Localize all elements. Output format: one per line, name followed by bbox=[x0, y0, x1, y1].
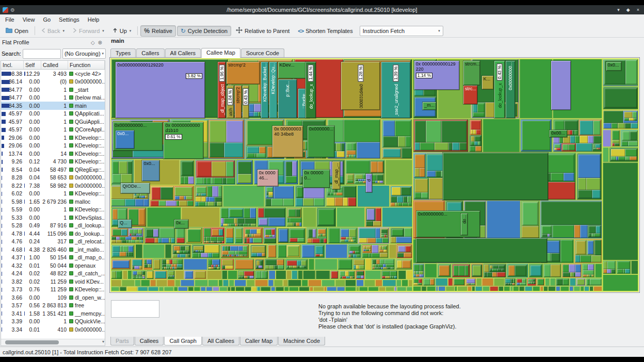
treemap-block[interactable]: 0x000000... bbox=[308, 126, 334, 157]
grouping-select[interactable]: (No Grouping) ▾ bbox=[62, 48, 106, 59]
treemap-block[interactable]: 0x00000000... bbox=[506, 61, 515, 118]
treemap-block[interactable]: __memcpy_sse2_unaligned1.39 % bbox=[381, 62, 410, 118]
relative-toggle-button[interactable]: % Relative bbox=[140, 25, 175, 37]
treemap-block[interactable]: ..._name_match1.04 % bbox=[227, 86, 233, 118]
treemap-block[interactable]: _dl_map_... bbox=[332, 161, 340, 189]
table-row[interactable]: 8.227.3858 9820x0000000... bbox=[1, 182, 105, 190]
column-header-called[interactable]: Called bbox=[41, 61, 68, 69]
table-row[interactable]: 3.340.014100x0000000... bbox=[1, 325, 105, 334]
treemap-block[interactable] bbox=[416, 238, 547, 262]
treemap-block[interactable]: K... bbox=[482, 76, 494, 89]
scroll-down-icon[interactable]: ▾ bbox=[102, 339, 104, 344]
treemap-block[interactable]: 0x 0000000340 34be8 bbox=[272, 126, 302, 157]
tab-all-callees[interactable]: All Callees bbox=[202, 337, 239, 345]
open-button[interactable]: Open bbox=[2, 25, 32, 36]
menu-help[interactable]: Help bbox=[84, 15, 104, 24]
up-button[interactable]: Up ▾ bbox=[109, 26, 135, 36]
treemap-block[interactable]: 0x00... bbox=[550, 130, 567, 137]
tab-call-graph[interactable]: Call Graph bbox=[164, 337, 202, 345]
table-row[interactable]: 5.280.4987 916_dl_lookup... bbox=[1, 222, 105, 230]
titlebar[interactable]: ⚙ /home/sergobot/Documents/GCI/screensho… bbox=[0, 5, 644, 14]
event-type-select[interactable]: Instruction Fetch ▾ bbox=[360, 26, 443, 36]
table-row[interactable]: 4.371.0050 154_dl_map_o... bbox=[1, 254, 105, 262]
menu-view[interactable]: View bbox=[19, 15, 39, 24]
tab-caller-map[interactable]: Caller Map bbox=[240, 337, 278, 345]
treemap-block[interactable]: 0x 000000... bbox=[303, 170, 330, 188]
table-row[interactable]: 6.020.001KDevelop::... bbox=[1, 190, 105, 198]
table-row[interactable]: 8.280.0458 6530x0000000... bbox=[1, 174, 105, 182]
table-row[interactable]: 45.970.001QGuiAppli... bbox=[1, 118, 105, 126]
column-header-self[interactable]: Self bbox=[24, 61, 41, 69]
horizontal-scrollbar[interactable]: ▾ bbox=[1, 339, 105, 345]
table-row[interactable]: 9.260.124 730KDevelop::... bbox=[1, 158, 105, 166]
treemap-block[interactable]: do_lookup_x0.43 % bbox=[494, 61, 504, 118]
table-row[interactable]: 86.140.00(0)0x0000000... bbox=[1, 78, 105, 86]
table-row[interactable]: 98.3812.293 493<cycle 42> bbox=[1, 70, 105, 78]
table-row[interactable]: 29.060.001KDevelop::... bbox=[1, 142, 105, 150]
table-row[interactable]: 8.540.0458 497QRegExp::... bbox=[1, 166, 105, 174]
forward-button[interactable]: Forward ▾ bbox=[69, 26, 108, 36]
treemap-block[interactable]: strcm... bbox=[463, 61, 480, 85]
table-row[interactable]: 4.684.382 826 460_int_mallo... bbox=[1, 245, 105, 254]
treemap-block[interactable]: _dl_map_object1.96 % bbox=[218, 62, 226, 118]
shade-window-icon[interactable]: ▾ bbox=[617, 7, 620, 12]
treemap-block[interactable] bbox=[551, 61, 571, 110]
table-row[interactable]: 84.350.001main bbox=[1, 102, 105, 110]
treemap-block[interactable]: d... bbox=[366, 174, 372, 192]
treemap-block[interactable]: 0x00000000001292203.82 % bbox=[116, 62, 205, 118]
table-row[interactable]: 4.760.24317_dl_relocat... bbox=[1, 238, 105, 246]
table-row[interactable]: 5.981.652 679 236malloc bbox=[1, 198, 105, 206]
treemap-block[interactable]: KDev... bbox=[278, 62, 310, 79]
table-row[interactable]: 3.660.00109dl_open_w... bbox=[1, 293, 105, 302]
table-row[interactable]: 13.740.0014KDevelop::... bbox=[1, 150, 105, 158]
table-row[interactable]: 4.784.44115 096do_lookup... bbox=[1, 229, 105, 238]
treemap-block[interactable]: 0x00000000031d4e01.28 % bbox=[341, 62, 380, 110]
tab-machine-code[interactable]: Machine Code bbox=[278, 337, 325, 345]
column-header-function[interactable]: Function bbox=[68, 61, 105, 69]
float-dock-icon[interactable]: ◇ bbox=[89, 40, 96, 45]
treemap-block[interactable]: 0x0... bbox=[116, 130, 134, 149]
table-row[interactable]: 4.240.0248 822_dl_catch_... bbox=[1, 270, 105, 278]
vertical-splitter[interactable] bbox=[106, 38, 109, 347]
table-row[interactable]: 3.411.581 351 421__memcpy... bbox=[1, 309, 105, 318]
maximize-window-icon[interactable]: ◆ bbox=[626, 7, 630, 12]
treemap-block[interactable]: Q... bbox=[118, 220, 132, 228]
table-row[interactable]: 3.820.0211 259void KDev... bbox=[1, 277, 105, 286]
treemap-block[interactable]: do... bbox=[461, 213, 468, 235]
treemap-block[interactable]: KDevelop::Bucket... bbox=[261, 62, 268, 118]
tab-all-callers[interactable]: All Callers bbox=[165, 48, 201, 57]
treemap-block[interactable]: 0x0... bbox=[606, 62, 622, 71]
table-row[interactable]: 84.770.001(below mai... bbox=[1, 94, 105, 102]
cycle-detection-toggle-button[interactable]: ↻ Cycle Detection bbox=[177, 26, 231, 36]
menu-go[interactable]: Go bbox=[39, 15, 55, 24]
treemap-block[interactable]: 0x00000000... bbox=[416, 211, 480, 238]
treemap-block[interactable]: KDevelop::Qu... bbox=[269, 62, 277, 118]
menu-settings[interactable]: Settings bbox=[55, 15, 84, 24]
treemap-block[interactable] bbox=[443, 153, 548, 200]
treemap-block[interactable]: _m... bbox=[423, 102, 436, 110]
treemap-block[interactable]: do_lookup_x1.44 % bbox=[305, 62, 316, 118]
table-row[interactable]: 29.060.001KDevelop::... bbox=[1, 134, 105, 142]
tab-callees[interactable]: Callees bbox=[135, 337, 164, 345]
table-row[interactable]: 5.590.001KDevelop::... bbox=[1, 206, 105, 214]
close-dock-icon[interactable]: ⊗ bbox=[96, 40, 104, 45]
treemap-block[interactable]: QIODe... bbox=[121, 183, 149, 193]
tab-source-code[interactable]: Source Code bbox=[241, 48, 284, 57]
treemap-block[interactable]: strcmp'2 bbox=[227, 62, 259, 84]
close-window-icon[interactable]: × bbox=[637, 7, 639, 12]
treemap-block[interactable]: strc... bbox=[463, 86, 477, 104]
treemap-block[interactable]: 0x 00000000001292201.14 % bbox=[414, 61, 459, 90]
relative-to-parent-toggle-button[interactable]: Relative to Parent bbox=[232, 25, 293, 37]
treemap-block[interactable]: 0x0... bbox=[142, 160, 159, 180]
table-row[interactable]: 3.390.001QQuickVie... bbox=[1, 318, 105, 326]
table-row[interactable]: 3.570.562 863 813free bbox=[1, 302, 105, 310]
treemap-block[interactable]: p::Buc... bbox=[278, 79, 297, 118]
table-row[interactable]: 84.770.001_start bbox=[1, 86, 105, 94]
table-row[interactable]: 3.730.7611 259KDevelop::... bbox=[1, 286, 105, 294]
table-row[interactable]: 45.970.001QApplicati... bbox=[1, 110, 105, 118]
treemap-block[interactable]: strcmp'2 bbox=[235, 86, 242, 118]
tab-callee-map[interactable]: Callee Map bbox=[201, 48, 240, 58]
treemap-block[interactable]: 0x 00000000000 d1b100.61 % bbox=[164, 122, 203, 159]
scrollbar-thumb[interactable] bbox=[5, 340, 59, 344]
menu-file[interactable]: File bbox=[1, 15, 19, 24]
